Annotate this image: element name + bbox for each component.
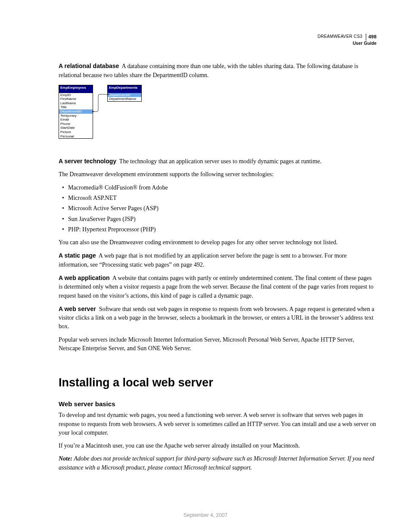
sub-heading: Web server basics [59, 399, 377, 409]
def-web-application: A web application A website that contain… [59, 274, 377, 300]
note-text: Adobe does not provide technical support… [59, 455, 374, 470]
table-emp-departments: EmpDepartments DepartmentIDDepartmentNam… [107, 85, 142, 102]
table-field: Title [59, 105, 93, 109]
term: A server technology [59, 158, 116, 165]
relational-db-diagram: EmpEmployees EmpIDFirstNameLastNameTitle… [59, 85, 145, 147]
table-fields: EmpIDFirstNameLastNameTitleDepartmentIDT… [59, 93, 93, 139]
table-title: EmpEmployees [59, 85, 93, 90]
note-paragraph: Note: Adobe does not provide technical s… [59, 454, 377, 472]
list-item: Microsoft Active Server Pages (ASP) [59, 204, 377, 213]
table-field: StartDate [59, 126, 93, 130]
table-field: Phone [59, 122, 93, 126]
header-product: DREAMWEAVER CS3 [318, 34, 362, 39]
list-item: Sun JavaServer Pages (JSP) [59, 215, 377, 224]
page-number: 498 [366, 34, 377, 40]
table-field: FirstName [59, 97, 93, 101]
def-text: Software that sends out web pages in res… [59, 306, 374, 330]
table-field: Personal [59, 134, 93, 139]
list-item: Microsoft ASP.NET [59, 194, 377, 202]
list-item: Macromedia® ColdFusion® from Adobe [59, 184, 377, 192]
table-field: DepartmentID [108, 93, 141, 97]
header-subtitle: User Guide [59, 40, 377, 47]
table-fields: DepartmentIDDepartmentName [108, 93, 141, 101]
def-text: The technology that an application serve… [119, 158, 321, 165]
footer-date: September 4, 2007 [0, 512, 411, 519]
page-header: DREAMWEAVER CS3 498 User Guide [59, 34, 377, 47]
server-tech-intro: The Dreamweaver development environment … [59, 170, 377, 179]
table-field: Email [59, 118, 93, 122]
table-field: EmpID [59, 93, 93, 97]
term: A web server [59, 305, 96, 312]
table-field: DepartmentName [108, 97, 141, 101]
server-tech-followup: You can also use the Dreamweaver coding … [59, 238, 377, 247]
table-emp-employees: EmpEmployees EmpIDFirstNameLastNameTitle… [59, 85, 93, 139]
def-server-technology: A server technology The technology that … [59, 157, 377, 166]
table-field: DepartmentID [59, 109, 93, 114]
basics-paragraph-2: If you’re a Macintosh user, you can use … [59, 442, 377, 450]
basics-paragraph-1: To develop and test dynamic web pages, y… [59, 411, 377, 437]
server-tech-list: Macromedia® ColdFusion® from AdobeMicros… [59, 184, 377, 234]
def-web-server: A web server Software that sends out web… [59, 305, 377, 331]
table-title: EmpDepartments [108, 85, 141, 90]
list-item: PHP: Hypertext Preprocessor (PHP) [59, 225, 377, 234]
term: A web application [59, 274, 110, 281]
term: A relational database [59, 62, 119, 69]
web-server-followup: Popular web servers include Microsoft In… [59, 336, 377, 353]
def-static-page: A static page A web page that is not mod… [59, 251, 377, 269]
table-field: Temporary [59, 114, 93, 118]
def-relational-database: A relational database A database contain… [59, 62, 377, 80]
term: A static page [59, 252, 96, 259]
note-label: Note: [59, 455, 72, 462]
relation-line-icon [92, 92, 109, 112]
def-text: A web page that is not modified by an ap… [59, 252, 347, 268]
section-heading: Installing a local web server [59, 374, 377, 391]
table-field: Picture [59, 130, 93, 134]
table-field: LastName [59, 101, 93, 106]
